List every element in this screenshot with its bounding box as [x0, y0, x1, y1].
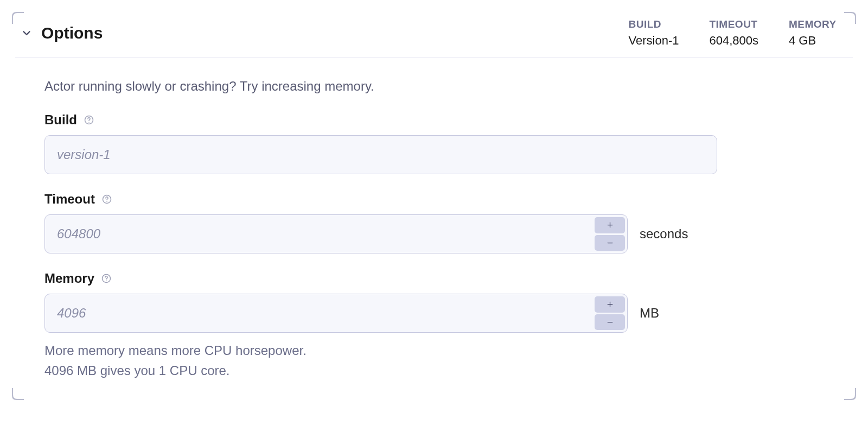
timeout-input[interactable]	[45, 215, 595, 253]
summary-label: TIMEOUT	[709, 18, 758, 30]
field-label: Timeout	[44, 192, 95, 207]
memory-input[interactable]	[45, 294, 595, 332]
summary-value: 604,800s	[709, 34, 758, 48]
timeout-stepper	[595, 215, 627, 253]
corner-bottom-left-icon	[12, 388, 24, 400]
summary-timeout: TIMEOUT 604,800s	[709, 18, 758, 48]
chevron-down-icon[interactable]	[21, 27, 33, 39]
field-timeout: Timeout seconds	[44, 192, 831, 253]
corner-top-right-icon	[844, 12, 856, 24]
build-value: version-1	[57, 147, 111, 162]
corner-bottom-right-icon	[844, 388, 856, 400]
memory-stepper	[595, 294, 627, 332]
summary-memory: MEMORY 4 GB	[789, 18, 838, 48]
summary-block: BUILD Version-1 TIMEOUT 604,800s MEMORY …	[629, 18, 853, 48]
timeout-input-wrap	[44, 214, 628, 253]
svg-point-3	[106, 201, 107, 202]
panel-body: Actor running slowly or crashing? Try in…	[15, 58, 840, 380]
field-label: Build	[44, 112, 77, 128]
memory-unit: MB	[640, 306, 659, 321]
memory-help-line: More memory means more CPU horsepower.	[44, 340, 831, 360]
options-panel: Options BUILD Version-1 TIMEOUT 604,800s…	[15, 15, 853, 380]
memory-input-wrap	[44, 294, 628, 333]
field-label: Memory	[44, 271, 94, 286]
memory-increment-button[interactable]	[595, 296, 625, 313]
memory-help-line: 4096 MB gives you 1 CPU core.	[44, 360, 831, 380]
question-circle-icon[interactable]	[84, 115, 94, 125]
summary-value: 4 GB	[789, 34, 838, 48]
svg-point-1	[88, 122, 90, 123]
summary-label: BUILD	[629, 18, 679, 30]
timeout-increment-button[interactable]	[595, 217, 625, 233]
panel-title: Options	[41, 24, 103, 42]
svg-point-8	[106, 280, 107, 281]
memory-help: More memory means more CPU horsepower. 4…	[44, 340, 831, 380]
field-memory: Memory MB	[44, 271, 831, 380]
question-circle-icon[interactable]	[101, 194, 112, 205]
panel-header: Options BUILD Version-1 TIMEOUT 604,800s…	[15, 15, 853, 58]
summary-label: MEMORY	[789, 18, 838, 30]
build-select[interactable]: version-1	[44, 135, 717, 174]
corner-top-left-icon	[12, 12, 24, 24]
timeout-unit: seconds	[640, 226, 688, 242]
summary-build: BUILD Version-1	[629, 18, 679, 48]
hint-text: Actor running slowly or crashing? Try in…	[44, 79, 831, 94]
summary-value: Version-1	[629, 34, 679, 48]
field-build: Build version-1	[44, 112, 831, 174]
timeout-decrement-button[interactable]	[595, 235, 625, 251]
question-circle-icon[interactable]	[101, 273, 112, 284]
memory-decrement-button[interactable]	[595, 314, 625, 331]
